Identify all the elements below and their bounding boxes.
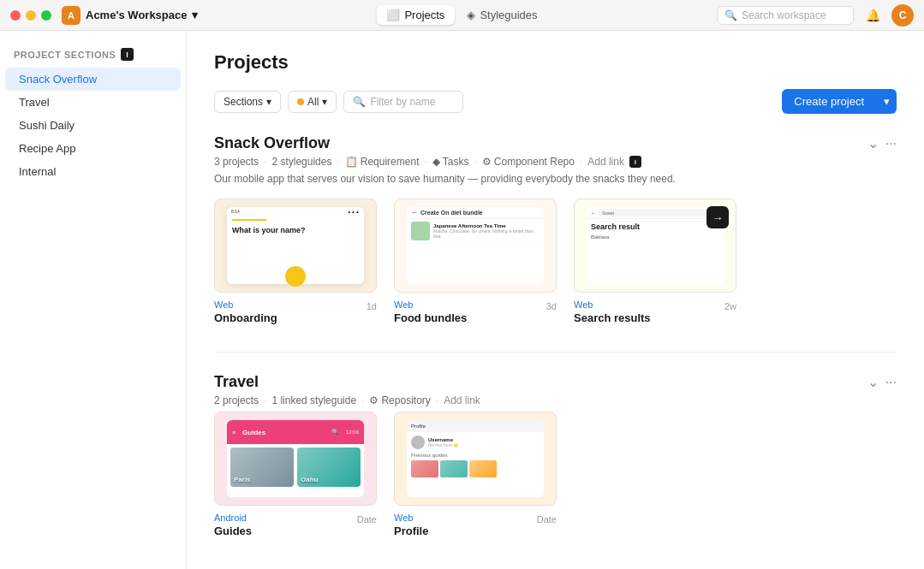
sidebar-item-label: Recipe App <box>19 142 76 155</box>
section-snack-overflow: Snack Overflow ⌄ ··· 3 projects · 2 styl… <box>214 134 897 324</box>
toolbar: Sections ▾ All ▾ 🔍 Filter by name Create… <box>214 89 897 114</box>
travel-collapse-icon[interactable]: ⌄ <box>867 374 879 390</box>
travel-menu-icon[interactable]: ··· <box>885 375 897 390</box>
workspace-avatar: A <box>62 6 80 25</box>
city-oahu: Oahu <box>297 447 361 487</box>
card-date-profile: Date <box>537 514 557 525</box>
sections-filter-button[interactable]: Sections ▾ <box>214 91 281 113</box>
card-title-search: Search results <box>574 311 736 324</box>
page-title: Projects <box>214 51 897 74</box>
search-workspace-label: Search workspace <box>742 9 826 21</box>
section-collapse-icon[interactable]: ⌄ <box>867 135 879 151</box>
meta-dot: · <box>424 156 426 168</box>
meta-dot: · <box>264 156 266 168</box>
avatar[interactable]: C <box>891 4 914 27</box>
workspace-button[interactable]: A Acme's Workspace ▾ <box>62 6 198 25</box>
profile-avatar-circle <box>411 436 425 449</box>
card-search-info: Web 2w <box>574 299 736 311</box>
food-info-1: Japanese Afternoon Tea Time Matcha, Choc… <box>433 223 539 239</box>
sidebar-item-label: Travel <box>19 96 50 109</box>
travel-header-menu-icon: ≡ <box>232 430 235 436</box>
card-onboarding-info: Web 1d <box>214 299 377 311</box>
repository-label: Repository <box>381 394 430 406</box>
main-layout: PROJECT SECTIONS i Snack Overflow Travel… <box>0 31 924 569</box>
github-icon: ⚙ <box>482 156 492 168</box>
create-btn-arrow-icon[interactable]: ▾ <box>877 89 897 114</box>
sidebar-item-travel[interactable]: Travel <box>5 91 181 114</box>
snack-info-badge[interactable]: i <box>629 156 641 168</box>
card-date-onboarding: 1d <box>367 301 377 311</box>
search-result-title: Search result <box>587 219 724 233</box>
search-workspace[interactable]: 🔍 Search workspace <box>717 6 854 25</box>
styleguides-tab-icon: ◈ <box>467 9 475 21</box>
tab-projects[interactable]: ⬜ Projects <box>376 5 455 25</box>
card-platform-guides: Android <box>214 513 247 523</box>
city-paris-label: Paris <box>234 476 251 483</box>
all-filter-label: All <box>307 96 319 108</box>
tasks-icon: ◆ <box>432 156 440 168</box>
section-menu-icon[interactable]: ··· <box>885 136 897 151</box>
card-title-profile: Profile <box>394 525 557 537</box>
projects-tab-icon: ⬜ <box>386 9 400 21</box>
section-snack-overflow-title: Snack Overflow <box>214 134 867 152</box>
search-header-bar: ← Sweet <box>587 207 724 219</box>
workspace-chevron-icon: ▾ <box>192 9 198 21</box>
meta-dot: · <box>474 156 477 168</box>
traffic-lights <box>10 10 51 21</box>
meta-repository: ⚙ Repository <box>369 394 430 406</box>
section-divider <box>214 352 897 353</box>
search-item-baklava: Baklava <box>587 233 724 241</box>
snack-projects-count: 3 projects <box>214 156 259 168</box>
styleguides-tab-label: Styleguides <box>480 9 537 21</box>
filter-search[interactable]: 🔍 Filter by name <box>343 91 463 113</box>
profile-header-text: Profile <box>411 424 426 429</box>
travel-header-search-icon: 🔍 <box>331 429 339 436</box>
card-profile[interactable]: Profile Username Bio text here 🌟 Previou… <box>394 412 557 537</box>
city-oahu-label: Oahu <box>301 476 318 483</box>
sidebar-item-internal[interactable]: Internal <box>5 160 181 183</box>
nav-tabs: ⬜ Projects ◈ Styleguides <box>376 5 547 25</box>
card-guides[interactable]: ≡ Guides 🔍 12:00 Paris Oahu <box>214 412 377 537</box>
food-desc-1: Matcha, Chocolate, Ice cream. Nothing is… <box>433 228 539 239</box>
card-onboarding[interactable]: 8:14▲▲▲ What is your name? Web 1d <box>214 199 377 324</box>
sidebar-info-badge[interactable]: i <box>121 48 134 61</box>
meta-tasks: ◆ Tasks <box>432 156 469 168</box>
meta-dot: · <box>361 394 364 406</box>
maximize-button[interactable] <box>41 10 51 21</box>
tab-styleguides[interactable]: ◈ Styleguides <box>456 5 547 25</box>
avatar-circle <box>285 266 306 284</box>
search-mock-text: Sweet <box>602 210 614 216</box>
card-title-food: Food bundles <box>394 311 557 324</box>
component-repo-label: Component Repo <box>494 156 575 168</box>
create-project-button[interactable]: Create project ▾ <box>782 89 897 114</box>
card-search-results[interactable]: ← Sweet Search result Baklava → Web <box>574 199 736 324</box>
travel-header: ≡ Guides 🔍 12:00 <box>227 420 364 444</box>
notification-button[interactable]: 🔔 <box>861 3 885 27</box>
sidebar-item-label: Snack Overflow <box>19 73 97 86</box>
section-travel-header: Travel ⌄ ··· <box>214 373 897 391</box>
profile-phone-mock: Profile Username Bio text here 🌟 Previou… <box>407 420 544 497</box>
travel-cards: ≡ Guides 🔍 12:00 Paris Oahu <box>214 412 897 537</box>
city-paris: Paris <box>230 447 294 487</box>
all-filter-button[interactable]: All ▾ <box>288 91 337 113</box>
profile-bio: Bio text here 🌟 <box>428 442 458 447</box>
card-platform-onboarding: Web <box>214 299 233 310</box>
sections-chevron-icon: ▾ <box>266 96 271 108</box>
food-phone-mock: ← Create On diet bundle Japanese Afterno… <box>407 207 544 284</box>
minimize-button[interactable] <box>26 10 36 21</box>
all-status-dot <box>297 98 304 105</box>
card-food-bundles[interactable]: ← Create On diet bundle Japanese Afterno… <box>394 199 557 324</box>
close-button[interactable] <box>10 10 21 21</box>
sidebar-section-header: PROJECT SECTIONS i <box>0 44 186 68</box>
titlebar: A Acme's Workspace ▾ ⬜ Projects ◈ Styleg… <box>0 0 924 31</box>
sidebar-item-sushi-daily[interactable]: Sushi Daily <box>5 114 181 137</box>
sidebar-item-recipe-app[interactable]: Recipe App <box>5 137 181 160</box>
travel-styleguides-count: 1 linked styleguide <box>271 394 356 406</box>
snack-add-link-button[interactable]: Add link <box>587 156 624 168</box>
sidebar-item-label: Sushi Daily <box>19 119 75 132</box>
sidebar-item-snack-overflow[interactable]: Snack Overflow <box>5 68 181 91</box>
travel-add-link-button[interactable]: Add link <box>444 394 480 406</box>
profile-avatar-area: Username Bio text here 🌟 <box>407 432 544 453</box>
meta-dot: · <box>436 394 438 406</box>
food-header-bar: ← Create On diet bundle <box>407 207 544 219</box>
